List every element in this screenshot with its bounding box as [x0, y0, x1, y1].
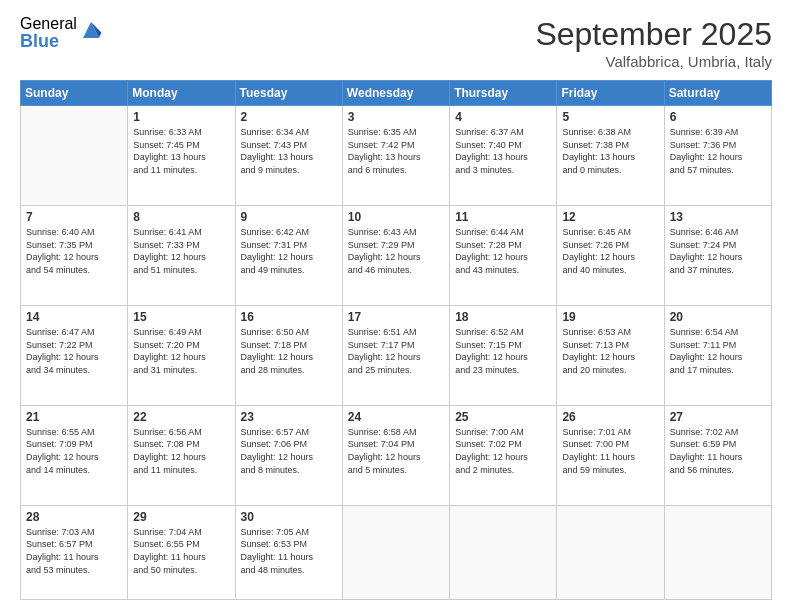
- table-row: [557, 505, 664, 599]
- table-row: 12Sunrise: 6:45 AM Sunset: 7:26 PM Dayli…: [557, 205, 664, 305]
- table-row: 26Sunrise: 7:01 AM Sunset: 7:00 PM Dayli…: [557, 405, 664, 505]
- day-info: Sunrise: 6:47 AM Sunset: 7:22 PM Dayligh…: [26, 326, 122, 376]
- day-info: Sunrise: 6:44 AM Sunset: 7:28 PM Dayligh…: [455, 226, 551, 276]
- day-number: 12: [562, 210, 658, 224]
- logo-general: General: [20, 16, 77, 32]
- day-info: Sunrise: 6:52 AM Sunset: 7:15 PM Dayligh…: [455, 326, 551, 376]
- day-number: 7: [26, 210, 122, 224]
- day-number: 23: [241, 410, 337, 424]
- table-row: 30Sunrise: 7:05 AM Sunset: 6:53 PM Dayli…: [235, 505, 342, 599]
- day-number: 27: [670, 410, 766, 424]
- table-row: [342, 505, 449, 599]
- table-row: 25Sunrise: 7:00 AM Sunset: 7:02 PM Dayli…: [450, 405, 557, 505]
- table-row: 27Sunrise: 7:02 AM Sunset: 6:59 PM Dayli…: [664, 405, 771, 505]
- logo-blue: Blue: [20, 32, 77, 50]
- day-info: Sunrise: 6:42 AM Sunset: 7:31 PM Dayligh…: [241, 226, 337, 276]
- day-number: 21: [26, 410, 122, 424]
- day-info: Sunrise: 6:45 AM Sunset: 7:26 PM Dayligh…: [562, 226, 658, 276]
- table-row: 14Sunrise: 6:47 AM Sunset: 7:22 PM Dayli…: [21, 305, 128, 405]
- day-number: 14: [26, 310, 122, 324]
- day-number: 6: [670, 110, 766, 124]
- col-monday: Monday: [128, 81, 235, 106]
- title-block: September 2025 Valfabbrica, Umbria, Ital…: [535, 16, 772, 70]
- table-row: 28Sunrise: 7:03 AM Sunset: 6:57 PM Dayli…: [21, 505, 128, 599]
- page: General Blue September 2025 Valfabbrica,…: [0, 0, 792, 612]
- day-number: 29: [133, 510, 229, 524]
- table-row: 4Sunrise: 6:37 AM Sunset: 7:40 PM Daylig…: [450, 106, 557, 206]
- table-row: 2Sunrise: 6:34 AM Sunset: 7:43 PM Daylig…: [235, 106, 342, 206]
- logo: General Blue: [20, 16, 103, 50]
- col-sunday: Sunday: [21, 81, 128, 106]
- day-info: Sunrise: 6:37 AM Sunset: 7:40 PM Dayligh…: [455, 126, 551, 176]
- day-number: 22: [133, 410, 229, 424]
- day-info: Sunrise: 6:58 AM Sunset: 7:04 PM Dayligh…: [348, 426, 444, 476]
- day-info: Sunrise: 6:33 AM Sunset: 7:45 PM Dayligh…: [133, 126, 229, 176]
- table-row: 22Sunrise: 6:56 AM Sunset: 7:08 PM Dayli…: [128, 405, 235, 505]
- table-row: 11Sunrise: 6:44 AM Sunset: 7:28 PM Dayli…: [450, 205, 557, 305]
- col-friday: Friday: [557, 81, 664, 106]
- day-info: Sunrise: 7:02 AM Sunset: 6:59 PM Dayligh…: [670, 426, 766, 476]
- table-row: 16Sunrise: 6:50 AM Sunset: 7:18 PM Dayli…: [235, 305, 342, 405]
- col-thursday: Thursday: [450, 81, 557, 106]
- table-row: 3Sunrise: 6:35 AM Sunset: 7:42 PM Daylig…: [342, 106, 449, 206]
- day-number: 25: [455, 410, 551, 424]
- day-number: 13: [670, 210, 766, 224]
- title-location: Valfabbrica, Umbria, Italy: [535, 53, 772, 70]
- calendar-week-row: 7Sunrise: 6:40 AM Sunset: 7:35 PM Daylig…: [21, 205, 772, 305]
- table-row: 15Sunrise: 6:49 AM Sunset: 7:20 PM Dayli…: [128, 305, 235, 405]
- day-number: 19: [562, 310, 658, 324]
- day-number: 2: [241, 110, 337, 124]
- table-row: 5Sunrise: 6:38 AM Sunset: 7:38 PM Daylig…: [557, 106, 664, 206]
- calendar-week-row: 28Sunrise: 7:03 AM Sunset: 6:57 PM Dayli…: [21, 505, 772, 599]
- table-row: 23Sunrise: 6:57 AM Sunset: 7:06 PM Dayli…: [235, 405, 342, 505]
- day-number: 3: [348, 110, 444, 124]
- table-row: [21, 106, 128, 206]
- day-number: 9: [241, 210, 337, 224]
- col-saturday: Saturday: [664, 81, 771, 106]
- day-number: 5: [562, 110, 658, 124]
- table-row: 29Sunrise: 7:04 AM Sunset: 6:55 PM Dayli…: [128, 505, 235, 599]
- title-month: September 2025: [535, 16, 772, 53]
- day-info: Sunrise: 6:56 AM Sunset: 7:08 PM Dayligh…: [133, 426, 229, 476]
- day-info: Sunrise: 6:57 AM Sunset: 7:06 PM Dayligh…: [241, 426, 337, 476]
- day-info: Sunrise: 6:49 AM Sunset: 7:20 PM Dayligh…: [133, 326, 229, 376]
- day-number: 24: [348, 410, 444, 424]
- day-number: 10: [348, 210, 444, 224]
- day-number: 28: [26, 510, 122, 524]
- day-number: 30: [241, 510, 337, 524]
- day-number: 16: [241, 310, 337, 324]
- table-row: 9Sunrise: 6:42 AM Sunset: 7:31 PM Daylig…: [235, 205, 342, 305]
- col-tuesday: Tuesday: [235, 81, 342, 106]
- day-info: Sunrise: 6:54 AM Sunset: 7:11 PM Dayligh…: [670, 326, 766, 376]
- table-row: 1Sunrise: 6:33 AM Sunset: 7:45 PM Daylig…: [128, 106, 235, 206]
- day-number: 15: [133, 310, 229, 324]
- day-info: Sunrise: 6:41 AM Sunset: 7:33 PM Dayligh…: [133, 226, 229, 276]
- table-row: 6Sunrise: 6:39 AM Sunset: 7:36 PM Daylig…: [664, 106, 771, 206]
- logo-icon: [79, 18, 103, 42]
- day-info: Sunrise: 6:40 AM Sunset: 7:35 PM Dayligh…: [26, 226, 122, 276]
- table-row: 13Sunrise: 6:46 AM Sunset: 7:24 PM Dayli…: [664, 205, 771, 305]
- table-row: 18Sunrise: 6:52 AM Sunset: 7:15 PM Dayli…: [450, 305, 557, 405]
- day-info: Sunrise: 6:38 AM Sunset: 7:38 PM Dayligh…: [562, 126, 658, 176]
- day-number: 11: [455, 210, 551, 224]
- day-info: Sunrise: 6:39 AM Sunset: 7:36 PM Dayligh…: [670, 126, 766, 176]
- table-row: 8Sunrise: 6:41 AM Sunset: 7:33 PM Daylig…: [128, 205, 235, 305]
- table-row: [664, 505, 771, 599]
- day-info: Sunrise: 7:00 AM Sunset: 7:02 PM Dayligh…: [455, 426, 551, 476]
- day-number: 8: [133, 210, 229, 224]
- day-number: 4: [455, 110, 551, 124]
- day-info: Sunrise: 6:35 AM Sunset: 7:42 PM Dayligh…: [348, 126, 444, 176]
- day-info: Sunrise: 7:03 AM Sunset: 6:57 PM Dayligh…: [26, 526, 122, 576]
- day-info: Sunrise: 6:34 AM Sunset: 7:43 PM Dayligh…: [241, 126, 337, 176]
- day-info: Sunrise: 7:04 AM Sunset: 6:55 PM Dayligh…: [133, 526, 229, 576]
- calendar-header-row: Sunday Monday Tuesday Wednesday Thursday…: [21, 81, 772, 106]
- day-info: Sunrise: 6:53 AM Sunset: 7:13 PM Dayligh…: [562, 326, 658, 376]
- day-number: 26: [562, 410, 658, 424]
- day-info: Sunrise: 6:55 AM Sunset: 7:09 PM Dayligh…: [26, 426, 122, 476]
- day-info: Sunrise: 6:51 AM Sunset: 7:17 PM Dayligh…: [348, 326, 444, 376]
- table-row: 24Sunrise: 6:58 AM Sunset: 7:04 PM Dayli…: [342, 405, 449, 505]
- day-info: Sunrise: 7:05 AM Sunset: 6:53 PM Dayligh…: [241, 526, 337, 576]
- table-row: 21Sunrise: 6:55 AM Sunset: 7:09 PM Dayli…: [21, 405, 128, 505]
- day-info: Sunrise: 6:43 AM Sunset: 7:29 PM Dayligh…: [348, 226, 444, 276]
- table-row: 7Sunrise: 6:40 AM Sunset: 7:35 PM Daylig…: [21, 205, 128, 305]
